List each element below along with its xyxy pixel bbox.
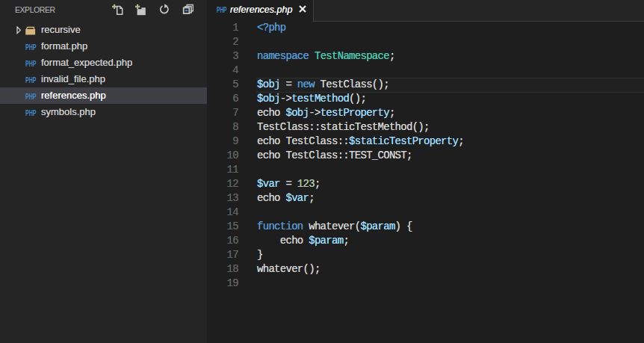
svg-text:PHP: PHP bbox=[217, 6, 227, 13]
svg-text:PHP: PHP bbox=[25, 60, 37, 67]
svg-text:PHP: PHP bbox=[25, 43, 37, 51]
svg-text:PHP: PHP bbox=[25, 109, 37, 117]
svg-text:PHP: PHP bbox=[25, 76, 37, 84]
svg-text:PHP: PHP bbox=[25, 93, 37, 100]
